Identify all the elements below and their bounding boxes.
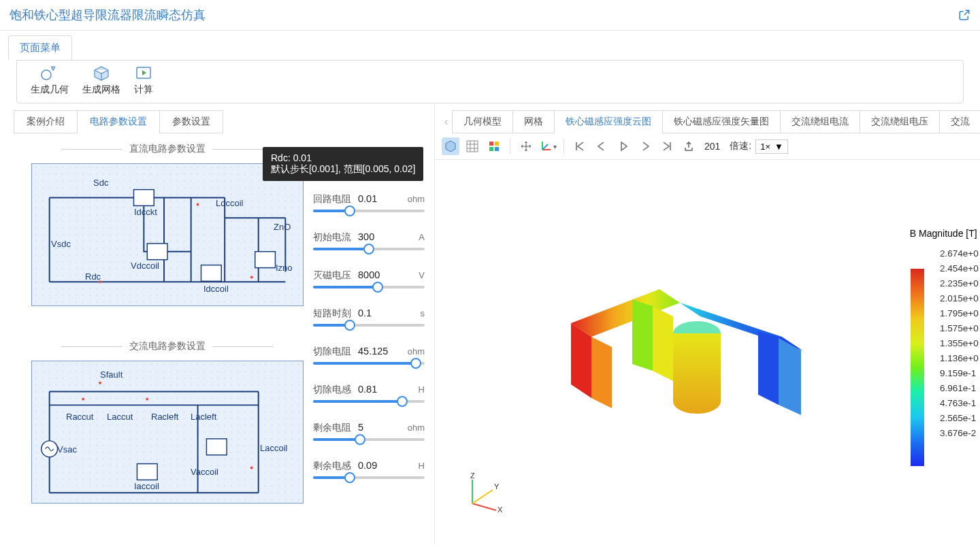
toolbar-label: 计算	[134, 84, 153, 96]
tab-body: 直流电路参数设置 Sdc Idcckt Ld	[0, 133, 434, 545]
param-short-time: 短路时刻0.1s	[313, 308, 425, 327]
svg-rect-20	[495, 142, 499, 146]
svg-rect-30	[911, 269, 924, 466]
left-panel: 案例介绍 电路参数设置 参数设置 直流电路参数设置	[0, 103, 434, 545]
scroll-left-icon[interactable]: ‹	[440, 116, 452, 128]
circuit-label: Laccut	[107, 412, 133, 422]
slider[interactable]	[313, 476, 425, 479]
svg-rect-7	[255, 252, 276, 268]
step-forward-icon[interactable]	[636, 137, 654, 155]
tab-circuit-params[interactable]: 电路参数设置	[77, 110, 160, 133]
svg-point-17	[146, 397, 148, 400]
param-cut-resistance: 切除电阻45.125ohm	[313, 346, 425, 365]
svg-rect-14	[206, 439, 227, 455]
view-box-icon[interactable]	[442, 137, 459, 155]
play-icon	[134, 65, 153, 81]
slider[interactable]	[313, 438, 425, 441]
param-cut-inductance: 切除电感0.81H	[313, 384, 425, 403]
tab-mesh[interactable]: 网格	[512, 110, 555, 133]
svg-rect-11	[33, 361, 302, 503]
slider[interactable]	[313, 324, 425, 327]
circuit-label: Idcckt	[134, 207, 157, 217]
svg-text:Y: Y	[494, 482, 500, 491]
svg-rect-6	[201, 265, 222, 282]
chevron-down-icon: ▼	[774, 142, 783, 152]
circuit-label: Vsac	[57, 444, 77, 455]
circuit-label: Racleft	[151, 412, 178, 422]
go-first-icon[interactable]	[571, 137, 589, 155]
param-loop-resistance: 回路电阻0.01ohm	[313, 193, 425, 212]
slider[interactable]	[313, 210, 425, 212]
go-last-icon[interactable]	[658, 137, 676, 155]
param-initial-current: 初始电流300A	[313, 231, 425, 250]
droplet-icon	[40, 65, 59, 81]
svg-text:Z: Z	[470, 473, 475, 480]
svg-rect-19	[489, 142, 493, 146]
param-residual-inductance: 剩余电感0.09H	[313, 460, 425, 479]
compute-button[interactable]: 计算	[134, 65, 153, 96]
tab-params[interactable]: 参数设置	[159, 110, 223, 133]
3d-viewport[interactable]: Z X Y B Magnitude [T] 2.674e+0 2.454e+0 …	[435, 160, 980, 545]
svg-point-0	[42, 70, 51, 80]
slider[interactable]	[313, 362, 425, 365]
visualization-toolbar: ▾ 201 倍速: 1×▼	[435, 133, 980, 160]
circuit-label: Sdc	[93, 178, 108, 188]
svg-line-28	[472, 490, 493, 503]
page-menu-tab[interactable]: 页面菜单	[8, 35, 72, 60]
main-content: 案例介绍 电路参数设置 参数设置 直流电路参数设置	[0, 103, 980, 545]
move-icon[interactable]	[517, 137, 535, 155]
svg-text:X: X	[497, 506, 503, 514]
generate-geometry-button[interactable]: 生成几何	[31, 65, 69, 96]
right-panel: ‹ 几何模型 网格 铁心磁感应强度云图 铁心磁感应强度矢量图 交流绕组电流 交流…	[434, 103, 980, 545]
cube-icon	[92, 65, 111, 81]
circuit-label: Sfault	[100, 369, 122, 380]
open-in-new-icon[interactable]	[958, 9, 970, 21]
circuit-label: Iaccoil	[134, 481, 159, 491]
svg-point-18	[250, 467, 253, 469]
circuit-label: Ldccoil	[216, 198, 243, 208]
tab-case-intro[interactable]: 案例介绍	[14, 110, 78, 133]
circuit-label: Izno	[276, 263, 293, 273]
tab-ac-current[interactable]: 交流绕组电流	[780, 110, 860, 133]
speed-label: 倍速:	[730, 140, 751, 152]
dc-circuit-diagram: Sdc Idcckt Ldccoil ZnO Vsdc Vdccoil Idcc…	[31, 163, 304, 306]
circuit-label: Rdc	[85, 271, 101, 282]
palette-icon[interactable]	[485, 137, 503, 155]
axis-xyz-icon[interactable]: ▾	[539, 137, 557, 155]
svg-point-16	[82, 397, 84, 400]
circuit-label: Raccut	[66, 412, 93, 422]
generate-mesh-button[interactable]: 生成网格	[82, 65, 120, 96]
svg-point-9	[197, 203, 199, 205]
svg-rect-21	[489, 147, 493, 151]
circuit-label: Vsdc	[51, 239, 71, 249]
speed-select[interactable]: 1×▼	[755, 139, 788, 154]
svg-point-15	[99, 382, 101, 384]
svg-line-26	[472, 503, 496, 510]
grid-icon[interactable]	[463, 137, 481, 155]
tab-b-contour[interactable]: 铁心磁感应强度云图	[554, 110, 663, 133]
export-icon[interactable]	[680, 137, 698, 155]
frame-number: 201	[704, 141, 720, 152]
page-title: 饱和铁心型超导限流器限流瞬态仿真	[10, 7, 206, 23]
dc-circuit-svg	[32, 164, 303, 305]
slider[interactable]	[313, 400, 425, 403]
slider[interactable]	[313, 248, 425, 250]
toolbar-label: 生成网格	[82, 84, 120, 96]
tab-geometry[interactable]: 几何模型	[452, 110, 513, 133]
ac-circuit-svg	[32, 361, 303, 503]
tab-ac-voltage[interactable]: 交流绕组电压	[860, 110, 940, 133]
param-demag-voltage: 灭磁电压8000V	[313, 269, 425, 288]
svg-rect-3	[33, 164, 302, 305]
tab-ac-more[interactable]: 交流	[939, 110, 980, 133]
slider-tooltip: Rdc: 0.01 默认步长[0.001], 范围[0.005, 0.02]	[263, 147, 423, 181]
tab-b-vector[interactable]: 铁心磁感应强度矢量图	[662, 110, 781, 133]
circuit-label: Lacleft	[191, 412, 216, 422]
legend-colorbar	[911, 269, 924, 466]
play-icon[interactable]	[615, 137, 632, 155]
legend-ticks: 2.674e+0 2.454e+0 2.235e+0 2.015e+0 1.79…	[940, 248, 979, 438]
slider[interactable]	[313, 286, 425, 288]
param-residual-resistance: 剩余电阻5ohm	[313, 422, 425, 441]
legend-title: B Magnitude [T]	[910, 228, 977, 239]
circuit-label: Vaccoil	[191, 467, 218, 477]
step-back-icon[interactable]	[593, 137, 610, 155]
